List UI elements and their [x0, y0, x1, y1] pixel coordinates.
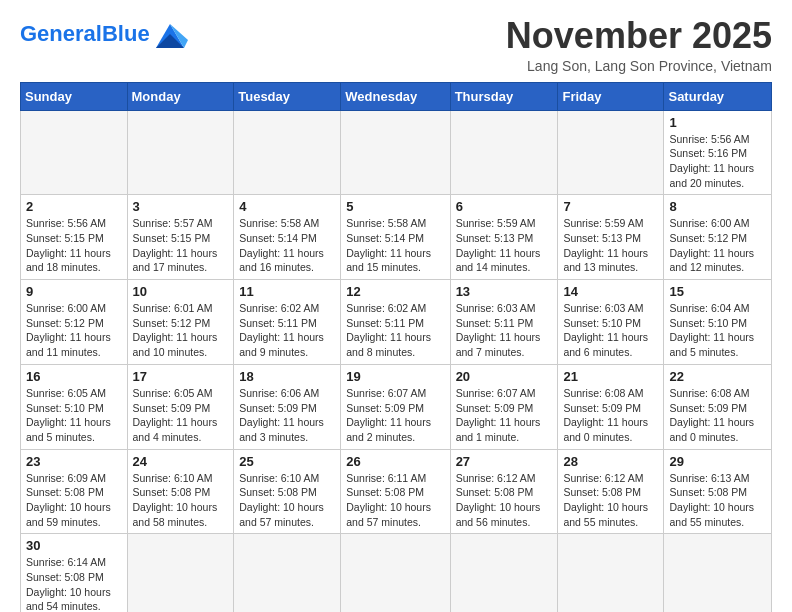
logo-general: General — [20, 21, 102, 46]
logo-text: GeneralBlue — [20, 21, 150, 46]
weekday-header: Saturday — [664, 82, 772, 110]
calendar-day-cell — [558, 110, 664, 195]
day-info: Sunrise: 5:59 AM Sunset: 5:13 PM Dayligh… — [456, 216, 553, 275]
day-info: Sunrise: 6:09 AM Sunset: 5:08 PM Dayligh… — [26, 471, 122, 530]
calendar-day-cell: 20Sunrise: 6:07 AM Sunset: 5:09 PM Dayli… — [450, 364, 558, 449]
calendar-day-cell — [127, 534, 234, 612]
location: Lang Son, Lang Son Province, Vietnam — [506, 58, 772, 74]
calendar-day-cell: 13Sunrise: 6:03 AM Sunset: 5:11 PM Dayli… — [450, 280, 558, 365]
weekday-header: Wednesday — [341, 82, 450, 110]
day-number: 4 — [239, 199, 335, 214]
calendar-day-cell: 24Sunrise: 6:10 AM Sunset: 5:08 PM Dayli… — [127, 449, 234, 534]
calendar-day-cell: 28Sunrise: 6:12 AM Sunset: 5:08 PM Dayli… — [558, 449, 664, 534]
day-number: 10 — [133, 284, 229, 299]
day-number: 24 — [133, 454, 229, 469]
day-info: Sunrise: 5:58 AM Sunset: 5:14 PM Dayligh… — [239, 216, 335, 275]
weekday-header: Friday — [558, 82, 664, 110]
day-info: Sunrise: 6:14 AM Sunset: 5:08 PM Dayligh… — [26, 555, 122, 612]
day-number: 17 — [133, 369, 229, 384]
calendar-day-cell — [664, 534, 772, 612]
day-number: 3 — [133, 199, 229, 214]
calendar-day-cell: 23Sunrise: 6:09 AM Sunset: 5:08 PM Dayli… — [21, 449, 128, 534]
calendar-day-cell: 2Sunrise: 5:56 AM Sunset: 5:15 PM Daylig… — [21, 195, 128, 280]
calendar-day-cell: 30Sunrise: 6:14 AM Sunset: 5:08 PM Dayli… — [21, 534, 128, 612]
day-number: 11 — [239, 284, 335, 299]
calendar-day-cell — [341, 534, 450, 612]
day-number: 8 — [669, 199, 766, 214]
calendar-day-cell: 12Sunrise: 6:02 AM Sunset: 5:11 PM Dayli… — [341, 280, 450, 365]
day-info: Sunrise: 6:07 AM Sunset: 5:09 PM Dayligh… — [456, 386, 553, 445]
calendar-day-cell: 10Sunrise: 6:01 AM Sunset: 5:12 PM Dayli… — [127, 280, 234, 365]
calendar-day-cell: 15Sunrise: 6:04 AM Sunset: 5:10 PM Dayli… — [664, 280, 772, 365]
day-number: 7 — [563, 199, 658, 214]
calendar-day-cell: 25Sunrise: 6:10 AM Sunset: 5:08 PM Dayli… — [234, 449, 341, 534]
day-number: 25 — [239, 454, 335, 469]
weekday-header: Monday — [127, 82, 234, 110]
calendar-day-cell: 14Sunrise: 6:03 AM Sunset: 5:10 PM Dayli… — [558, 280, 664, 365]
day-number: 27 — [456, 454, 553, 469]
calendar-day-cell: 22Sunrise: 6:08 AM Sunset: 5:09 PM Dayli… — [664, 364, 772, 449]
calendar-day-cell: 21Sunrise: 6:08 AM Sunset: 5:09 PM Dayli… — [558, 364, 664, 449]
day-info: Sunrise: 6:11 AM Sunset: 5:08 PM Dayligh… — [346, 471, 444, 530]
calendar-week-row: 2Sunrise: 5:56 AM Sunset: 5:15 PM Daylig… — [21, 195, 772, 280]
logo-icon — [152, 20, 188, 48]
calendar-day-cell — [21, 110, 128, 195]
day-number: 29 — [669, 454, 766, 469]
day-number: 23 — [26, 454, 122, 469]
day-info: Sunrise: 6:02 AM Sunset: 5:11 PM Dayligh… — [239, 301, 335, 360]
day-number: 6 — [456, 199, 553, 214]
calendar-day-cell: 1Sunrise: 5:56 AM Sunset: 5:16 PM Daylig… — [664, 110, 772, 195]
calendar-day-cell — [341, 110, 450, 195]
day-number: 16 — [26, 369, 122, 384]
day-number: 18 — [239, 369, 335, 384]
title-block: November 2025 Lang Son, Lang Son Provinc… — [506, 16, 772, 74]
day-number: 21 — [563, 369, 658, 384]
calendar-day-cell — [127, 110, 234, 195]
day-info: Sunrise: 6:08 AM Sunset: 5:09 PM Dayligh… — [669, 386, 766, 445]
day-info: Sunrise: 6:05 AM Sunset: 5:10 PM Dayligh… — [26, 386, 122, 445]
day-info: Sunrise: 5:56 AM Sunset: 5:16 PM Dayligh… — [669, 132, 766, 191]
calendar-day-cell: 7Sunrise: 5:59 AM Sunset: 5:13 PM Daylig… — [558, 195, 664, 280]
calendar-day-cell — [450, 110, 558, 195]
day-info: Sunrise: 5:56 AM Sunset: 5:15 PM Dayligh… — [26, 216, 122, 275]
day-number: 20 — [456, 369, 553, 384]
weekday-header: Tuesday — [234, 82, 341, 110]
day-info: Sunrise: 5:59 AM Sunset: 5:13 PM Dayligh… — [563, 216, 658, 275]
calendar-day-cell: 29Sunrise: 6:13 AM Sunset: 5:08 PM Dayli… — [664, 449, 772, 534]
calendar-day-cell — [558, 534, 664, 612]
calendar-week-row: 23Sunrise: 6:09 AM Sunset: 5:08 PM Dayli… — [21, 449, 772, 534]
calendar-week-row: 9Sunrise: 6:00 AM Sunset: 5:12 PM Daylig… — [21, 280, 772, 365]
calendar-day-cell — [450, 534, 558, 612]
day-info: Sunrise: 6:08 AM Sunset: 5:09 PM Dayligh… — [563, 386, 658, 445]
month-title: November 2025 — [506, 16, 772, 56]
day-number: 9 — [26, 284, 122, 299]
day-info: Sunrise: 6:01 AM Sunset: 5:12 PM Dayligh… — [133, 301, 229, 360]
calendar-day-cell: 3Sunrise: 5:57 AM Sunset: 5:15 PM Daylig… — [127, 195, 234, 280]
logo: GeneralBlue — [20, 20, 188, 48]
day-number: 12 — [346, 284, 444, 299]
calendar-day-cell: 26Sunrise: 6:11 AM Sunset: 5:08 PM Dayli… — [341, 449, 450, 534]
day-number: 26 — [346, 454, 444, 469]
day-info: Sunrise: 6:13 AM Sunset: 5:08 PM Dayligh… — [669, 471, 766, 530]
calendar-day-cell: 18Sunrise: 6:06 AM Sunset: 5:09 PM Dayli… — [234, 364, 341, 449]
day-number: 2 — [26, 199, 122, 214]
calendar-day-cell: 8Sunrise: 6:00 AM Sunset: 5:12 PM Daylig… — [664, 195, 772, 280]
day-info: Sunrise: 6:00 AM Sunset: 5:12 PM Dayligh… — [669, 216, 766, 275]
calendar-day-cell: 4Sunrise: 5:58 AM Sunset: 5:14 PM Daylig… — [234, 195, 341, 280]
day-info: Sunrise: 6:12 AM Sunset: 5:08 PM Dayligh… — [563, 471, 658, 530]
calendar-week-row: 30Sunrise: 6:14 AM Sunset: 5:08 PM Dayli… — [21, 534, 772, 612]
day-info: Sunrise: 6:04 AM Sunset: 5:10 PM Dayligh… — [669, 301, 766, 360]
day-number: 14 — [563, 284, 658, 299]
day-info: Sunrise: 6:10 AM Sunset: 5:08 PM Dayligh… — [239, 471, 335, 530]
calendar-day-cell: 27Sunrise: 6:12 AM Sunset: 5:08 PM Dayli… — [450, 449, 558, 534]
calendar-day-cell: 5Sunrise: 5:58 AM Sunset: 5:14 PM Daylig… — [341, 195, 450, 280]
header: GeneralBlue November 2025 Lang Son, Lang… — [20, 16, 772, 74]
logo-blue: Blue — [102, 21, 150, 46]
day-info: Sunrise: 6:03 AM Sunset: 5:11 PM Dayligh… — [456, 301, 553, 360]
day-info: Sunrise: 5:57 AM Sunset: 5:15 PM Dayligh… — [133, 216, 229, 275]
weekday-header: Sunday — [21, 82, 128, 110]
day-info: Sunrise: 6:00 AM Sunset: 5:12 PM Dayligh… — [26, 301, 122, 360]
day-number: 1 — [669, 115, 766, 130]
day-info: Sunrise: 6:06 AM Sunset: 5:09 PM Dayligh… — [239, 386, 335, 445]
calendar-day-cell: 9Sunrise: 6:00 AM Sunset: 5:12 PM Daylig… — [21, 280, 128, 365]
